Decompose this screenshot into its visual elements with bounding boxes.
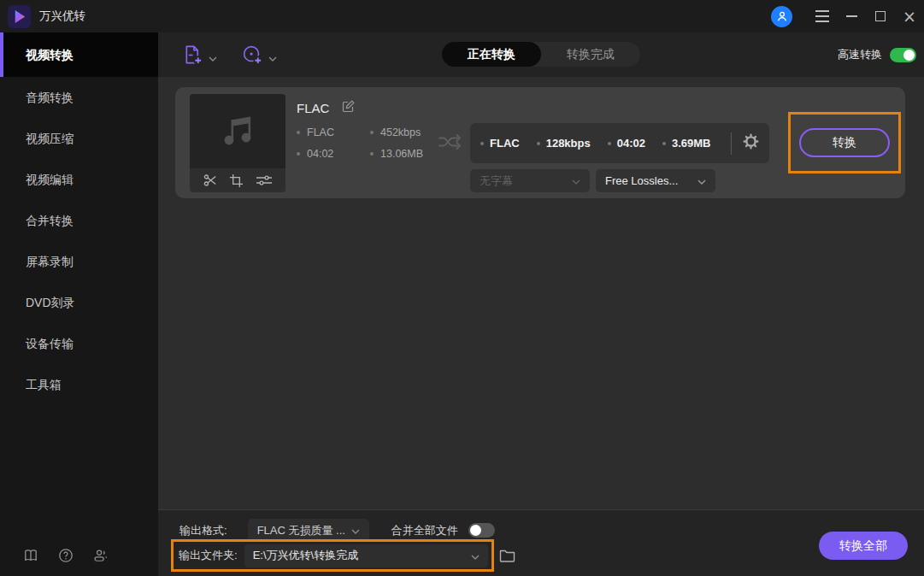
add-file-icon [182, 44, 203, 69]
menu-button[interactable] [808, 0, 837, 32]
add-file-button[interactable] [182, 44, 217, 69]
bottombar: 输出格式: FLAC 无损质量 ... 合并全部文件 输出文件夹: E:\万兴优… [158, 509, 924, 576]
file-thumbnail [190, 94, 285, 192]
tab-finished[interactable]: 转换完成 [541, 42, 640, 67]
sidebar-item-video-edit[interactable]: 视频编辑 [0, 159, 158, 200]
subtitle-dropdown-value: 无字幕 [480, 173, 513, 189]
high-speed-label: 高速转换 [838, 47, 882, 62]
sidebar-item-toolbox[interactable]: 工具箱 [0, 364, 158, 405]
user-avatar[interactable] [771, 6, 792, 27]
merge-all-toggle[interactable] [468, 523, 495, 538]
target-duration: 04:02 [617, 137, 645, 150]
output-folder-path: E:\万兴优转\转换完成 [253, 548, 359, 563]
sidebar-item-device-transfer[interactable]: 设备传输 [0, 323, 158, 364]
sidebar-item-dvd-burn[interactable]: DVD刻录 [0, 282, 158, 323]
sidebar-footer [23, 548, 109, 563]
sidebar: 视频转换 音频转换 视频压缩 视频编辑 合并转换 屏幕录制 DVD刻录 设备传输… [0, 32, 158, 576]
source-duration: 04:02 [307, 148, 333, 160]
source-bitrate: 452kbps [380, 126, 421, 138]
effects-icon[interactable] [256, 175, 272, 185]
contact-icon[interactable] [93, 548, 109, 563]
source-file-info: FLAC 452kbps 04:02 13.06MB [297, 126, 423, 160]
sidebar-item-video-compress[interactable]: 视频压缩 [0, 118, 158, 159]
app-window: 万兴优转 × 视频转换 音频转换 视频压缩 [0, 0, 924, 576]
target-bitrate: 128kbps [546, 137, 591, 150]
rename-icon[interactable] [341, 99, 356, 117]
tab-group: 正在转换 转换完成 [442, 42, 640, 67]
highlight-box-output-folder: 输出文件夹: E:\万兴优转\转换完成 [171, 539, 494, 572]
output-format-value: FLAC 无损质量 ... [257, 523, 345, 538]
preset-dropdown[interactable]: Free Lossles... [596, 169, 715, 192]
minimize-button[interactable] [837, 0, 866, 32]
crop-icon[interactable] [230, 174, 243, 187]
chevron-down-icon [209, 50, 217, 65]
thumbnail-toolbar [190, 168, 285, 192]
source-format: FLAC [307, 126, 334, 138]
hamburger-icon [815, 10, 829, 22]
high-speed-toggle[interactable] [890, 48, 916, 62]
music-note-icon [220, 115, 256, 148]
titlebar: 万兴优转 × [0, 0, 924, 32]
app-title: 万兴优转 [39, 9, 85, 24]
chevron-down-icon [351, 524, 360, 537]
minimize-icon [846, 15, 857, 17]
tab-converting[interactable]: 正在转换 [442, 42, 541, 67]
close-icon: × [903, 9, 916, 25]
chevron-down-icon [572, 174, 580, 187]
chevron-down-icon [697, 174, 706, 187]
add-disc-button[interactable] [242, 44, 277, 69]
chevron-down-icon [268, 50, 277, 65]
thumbnail-image [190, 94, 285, 168]
help-icon[interactable] [58, 548, 74, 563]
convert-direction-icon [437, 132, 462, 155]
file-name: FLAC [297, 101, 329, 115]
output-folder-dropdown[interactable]: E:\万兴优转\转换完成 [244, 544, 488, 567]
maximize-button[interactable] [866, 0, 895, 32]
sidebar-item-merge-convert[interactable]: 合并转换 [0, 200, 158, 241]
target-format: FLAC [490, 137, 520, 150]
close-button[interactable]: × [895, 0, 924, 32]
highlight-box-convert: 转换 [788, 112, 901, 173]
divider [731, 132, 732, 155]
convert-all-button[interactable]: 转换全部 [819, 532, 908, 560]
sidebar-item-video-convert[interactable]: 视频转换 [0, 32, 158, 77]
trim-icon[interactable] [203, 173, 217, 187]
subtitle-dropdown[interactable]: 无字幕 [470, 169, 590, 192]
convert-button[interactable]: 转换 [799, 128, 890, 157]
sidebar-item-audio-convert[interactable]: 音频转换 [0, 77, 158, 118]
settings-gear-icon[interactable] [743, 133, 759, 153]
output-format-label: 输出格式: [180, 523, 227, 538]
chevron-down-icon [471, 550, 480, 562]
output-format-dropdown[interactable]: FLAC 无损质量 ... [248, 519, 369, 542]
target-settings-box: FLAC 128kbps 04:02 3.69MB [470, 123, 769, 163]
open-folder-icon[interactable] [499, 549, 515, 566]
maximize-icon [875, 11, 886, 21]
app-logo-icon [8, 5, 31, 28]
target-size: 3.69MB [672, 137, 711, 150]
file-list-area: FLAC FLAC 452kbps 04:02 13.06MB [158, 77, 924, 509]
source-size: 13.06MB [380, 148, 423, 160]
add-disc-icon [242, 44, 263, 69]
toolbar: 正在转换 转换完成 高速转换 [158, 32, 924, 77]
sidebar-item-screen-record[interactable]: 屏幕录制 [0, 241, 158, 282]
guide-book-icon[interactable] [23, 548, 38, 563]
high-speed-control: 高速转换 [838, 32, 916, 77]
preset-dropdown-value: Free Lossles... [605, 174, 678, 187]
merge-all-label: 合并全部文件 [391, 523, 458, 538]
output-folder-label: 输出文件夹: [179, 548, 238, 563]
file-card: FLAC FLAC 452kbps 04:02 13.06MB [175, 87, 905, 198]
